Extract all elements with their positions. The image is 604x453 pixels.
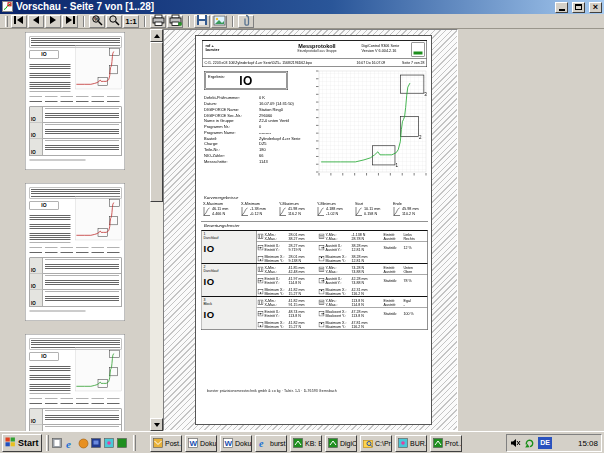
taskbar-button-2[interactable]: WDoku... bbox=[185, 435, 217, 452]
metric-label: X-Max.: bbox=[265, 236, 289, 241]
first-page-button[interactable] bbox=[11, 15, 27, 28]
block-row: X-Min.:28.01 mmX-Max.:38.27 mmY-Min.:-1.… bbox=[257, 231, 428, 242]
mute-icon[interactable] bbox=[510, 434, 521, 452]
taskbar-button-7[interactable]: C:\Pr... bbox=[360, 435, 392, 452]
curve-icon bbox=[241, 207, 249, 219]
thumbnail-chart bbox=[75, 45, 123, 91]
scroll-up-button[interactable] bbox=[150, 29, 163, 42]
minimize-button[interactable] bbox=[555, 2, 568, 13]
scrollbar-thumb[interactable] bbox=[150, 42, 163, 202]
curve-result-label: Start bbox=[355, 202, 393, 207]
metric-value: 113.8 N bbox=[289, 314, 301, 319]
chart-canvas: 123 bbox=[314, 69, 428, 180]
curve-icon bbox=[203, 207, 211, 219]
next-page-button[interactable] bbox=[45, 15, 61, 28]
metric-value: 12 % bbox=[404, 245, 412, 250]
thumbnail-result-box: IO bbox=[30, 353, 59, 361]
minimize-icon bbox=[559, 9, 565, 11]
taskbar-separator[interactable] bbox=[133, 435, 136, 451]
start-button[interactable]: Start bbox=[2, 434, 42, 452]
thumbnail-text-lines bbox=[45, 109, 119, 122]
preview-pane[interactable]: mf + burster Messprotokoll Einzelprotoko… bbox=[163, 29, 458, 431]
print-button[interactable] bbox=[150, 15, 166, 28]
metric-value: 74.88 N bbox=[352, 269, 365, 274]
thumbnail-text-lines bbox=[45, 125, 119, 138]
thumbnail-page-2[interactable]: IOIOIOIO bbox=[25, 183, 125, 321]
prev-page-button[interactable] bbox=[28, 15, 44, 28]
result-value: IO bbox=[206, 73, 286, 88]
restore-button[interactable] bbox=[572, 2, 585, 13]
thumbnail-page-1[interactable]: IOIOIOIO bbox=[25, 32, 125, 170]
toolbar: %1:1 bbox=[0, 14, 604, 29]
printer-icon bbox=[152, 14, 165, 28]
window-title: Vorschau - Seite 7 von [1..28] bbox=[16, 0, 551, 14]
desktop-icon[interactable] bbox=[50, 436, 64, 450]
curve-result-item: X-Maximum46.11 mm4.466 N bbox=[203, 202, 241, 219]
bur-icon[interactable] bbox=[102, 436, 116, 450]
block-id-cell: 2DurchlaufIO bbox=[202, 264, 257, 296]
bur-app-icon bbox=[398, 438, 408, 449]
thumbnail-table-block: IO bbox=[30, 107, 121, 123]
green-app-icon[interactable] bbox=[115, 436, 129, 450]
taskbar-button-label: Prot... bbox=[445, 440, 462, 447]
max-icon bbox=[318, 322, 326, 328]
print-setup-button[interactable] bbox=[167, 15, 183, 28]
metric-label: Austritt: bbox=[384, 269, 404, 274]
image-export-button[interactable] bbox=[211, 15, 227, 28]
attachment-button[interactable] bbox=[238, 15, 254, 28]
titlebar[interactable]: Vorschau - Seite 7 von [1..28] × bbox=[0, 0, 604, 14]
thumbnail-block-result: IO bbox=[30, 290, 43, 306]
thumbnail-text-lines bbox=[45, 260, 119, 273]
taskbar-button-1[interactable]: Post... bbox=[150, 435, 182, 452]
block-row: Eintritt X.:41.97 mmEintritt Y.:114.8 NA… bbox=[257, 275, 428, 286]
thumbnail-page-3[interactable]: IOIOIOIO bbox=[25, 334, 125, 431]
zoom-percent-icon: % bbox=[91, 14, 103, 28]
thumbnail-block-result: IO bbox=[30, 107, 43, 123]
toolbar-handle[interactable] bbox=[5, 16, 8, 27]
ie-icon[interactable]: e bbox=[63, 436, 77, 450]
taskbar-button-label: DigiC... bbox=[340, 440, 357, 447]
curve-result-label: X-Maximum bbox=[203, 202, 241, 207]
svg-text:W: W bbox=[225, 439, 233, 448]
close-button[interactable]: × bbox=[589, 2, 602, 13]
metric-label: Eintritt Y.: bbox=[265, 314, 289, 319]
word-icon: W bbox=[223, 438, 233, 449]
metric-label: Austritt Y.: bbox=[326, 281, 352, 286]
taskbar-button-5[interactable]: KB: E... bbox=[290, 435, 322, 452]
taskbar-button-4[interactable]: eburst... bbox=[255, 435, 287, 452]
zoom-button[interactable] bbox=[106, 15, 122, 28]
metric-label: Y-Max.: bbox=[326, 269, 352, 274]
result-box: Ergebnis: IO bbox=[204, 71, 288, 90]
taskbar-button-8[interactable]: BUR... bbox=[395, 435, 427, 452]
block-kind: Block bbox=[204, 302, 255, 306]
taskbar-button-9[interactable]: Prot... bbox=[430, 435, 462, 452]
tv-icon[interactable] bbox=[89, 436, 103, 450]
exit-icon bbox=[318, 245, 326, 251]
taskbar-button-6[interactable]: DigiC... bbox=[325, 435, 357, 452]
entry-icon bbox=[257, 245, 265, 251]
zoom-100-button[interactable]: 1:1 bbox=[123, 15, 139, 28]
scroll-down-button[interactable] bbox=[150, 418, 163, 431]
taskbar-button-3[interactable]: WDoku... bbox=[220, 435, 252, 452]
zoom-percent-button[interactable]: % bbox=[89, 15, 105, 28]
sidebar-scrollbar[interactable] bbox=[150, 29, 163, 431]
block-id-cell: 1DurchlaufIO bbox=[202, 231, 257, 263]
toolbar-separator bbox=[83, 16, 85, 27]
outlook-icon[interactable] bbox=[76, 436, 90, 450]
language-indicator[interactable]: DE bbox=[538, 437, 552, 449]
word-icon: W bbox=[188, 438, 198, 449]
taskbar-button-label: Post... bbox=[165, 440, 182, 447]
metric-label: Eintritt Y.: bbox=[265, 281, 289, 286]
curve-icon bbox=[279, 207, 287, 219]
refresh-icon[interactable] bbox=[524, 434, 535, 452]
metric-value: 15.27 N bbox=[289, 325, 302, 330]
software-info: DigiControl 9306 Serie Version V 6.004.2… bbox=[362, 44, 400, 54]
last-page-button[interactable] bbox=[62, 15, 78, 28]
metric-label: X-Max.: bbox=[265, 302, 289, 307]
metric-value: 100 % bbox=[404, 311, 414, 316]
thumbnail-table-block: IO bbox=[30, 274, 121, 290]
thumbnail-table: IOIOIO bbox=[30, 107, 122, 157]
taskbar-separator[interactable] bbox=[46, 435, 49, 451]
thumbnail-panel: IOIOIOIOIOIOIOIOIOIOIOIO bbox=[0, 29, 150, 431]
save-button[interactable] bbox=[194, 15, 210, 28]
